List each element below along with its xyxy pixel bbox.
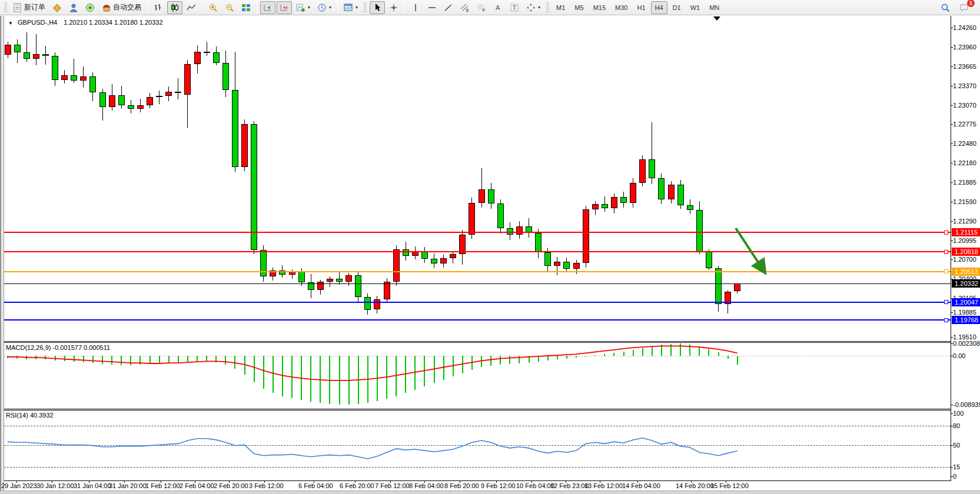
- candlestick-mode-button[interactable]: [167, 1, 182, 14]
- macd-histogram-bar: [64, 356, 65, 361]
- timeframe-w1[interactable]: W1: [686, 1, 705, 14]
- search-button[interactable]: [938, 1, 953, 14]
- auto-trading-button[interactable]: 自动交易: [99, 1, 144, 14]
- candle: [734, 283, 740, 292]
- new-order-button[interactable]: 新订单: [10, 1, 48, 14]
- horizontal-line-tool-button[interactable]: [424, 1, 440, 14]
- candle: [89, 76, 96, 92]
- line-handle[interactable]: [944, 250, 948, 254]
- add-indicator-button[interactable]: ▾: [293, 1, 313, 14]
- text-tool-button[interactable]: A: [490, 1, 506, 14]
- timeframe-h1[interactable]: H1: [633, 1, 649, 14]
- equidistant-channel-tool-button[interactable]: E: [457, 1, 473, 14]
- trendline-tool-button[interactable]: [441, 1, 456, 14]
- candle-wick: [36, 34, 36, 65]
- candle: [583, 209, 589, 263]
- date-axis-tick: [726, 481, 726, 483]
- line-chart-mode-button[interactable]: [184, 1, 199, 14]
- separator: [202, 2, 202, 13]
- current-price-label: 1.20332: [952, 279, 980, 288]
- dropdown-caret: ▾: [308, 5, 310, 10]
- line-handle[interactable]: [944, 300, 948, 304]
- candle-wick: [207, 42, 207, 55]
- period-clock-button[interactable]: ▾: [314, 1, 334, 14]
- candle: [611, 197, 617, 208]
- toolbar-grip: [364, 2, 367, 13]
- timeframe-m1[interactable]: M1: [552, 1, 569, 14]
- current-price-line: [4, 283, 951, 284]
- macd-histogram-bar: [206, 356, 207, 361]
- vertical-line-tool-button[interactable]: [408, 1, 423, 14]
- timeframe-h4[interactable]: H4: [651, 1, 667, 14]
- arrows-tool-button[interactable]: ▾: [523, 1, 543, 14]
- timeframe-mn[interactable]: MN: [705, 1, 723, 14]
- candle: [393, 249, 400, 282]
- candle-wick: [330, 276, 330, 287]
- candle: [488, 189, 494, 203]
- horizontal-line-object[interactable]: [4, 251, 951, 252]
- rsi-level-line: [4, 426, 951, 426]
- cursor-tool-button[interactable]: [370, 1, 385, 14]
- zoom-in-button[interactable]: [205, 1, 221, 14]
- price-axis-tick-label: 1.23370: [953, 82, 976, 89]
- add-indicator-icon: [296, 3, 305, 12]
- date-axis-label: 14 Feb 04:00: [622, 482, 660, 489]
- label-tool-button[interactable]: T: [507, 1, 522, 14]
- timeframe-d1[interactable]: D1: [669, 1, 685, 14]
- chart-shift-marker[interactable]: [713, 16, 720, 21]
- panel-divider[interactable]: [4, 410, 951, 410]
- signals-button[interactable]: [82, 1, 98, 14]
- macd-histogram-bar: [557, 356, 558, 359]
- chart-shift-button[interactable]: [277, 1, 292, 14]
- timeframe-m15[interactable]: M15: [589, 1, 610, 14]
- macd-histogram-bar: [348, 356, 350, 405]
- candle: [147, 97, 153, 105]
- horizontal-line-object[interactable]: [4, 319, 951, 321]
- tile-windows-button[interactable]: [238, 1, 254, 14]
- macd-histogram-bar: [509, 356, 510, 364]
- crosshair-tool-button[interactable]: [386, 1, 401, 14]
- candle: [137, 105, 144, 109]
- line-price-label: 1.20513: [952, 268, 980, 276]
- market-watch-button[interactable]: [66, 1, 81, 14]
- fibonacci-tool-button[interactable]: F: [474, 1, 489, 14]
- price-axis-tick-label: 1.21885: [953, 179, 976, 186]
- horizontal-line-object[interactable]: [4, 302, 951, 303]
- profiles-button[interactable]: [49, 1, 65, 14]
- horizontal-line-object[interactable]: [4, 232, 951, 233]
- notifications-button[interactable]: 1: [956, 1, 972, 14]
- arrows-icon: [526, 3, 536, 12]
- line-handle[interactable]: [944, 269, 948, 273]
- horizontal-line-object[interactable]: [4, 271, 951, 272]
- line-handle[interactable]: [944, 318, 948, 322]
- candle: [194, 52, 201, 64]
- macd-histogram-bar: [529, 356, 530, 363]
- macd-histogram-bar: [150, 356, 151, 364]
- macd-histogram-bar: [254, 356, 255, 382]
- line-handle[interactable]: [944, 231, 948, 235]
- template-button[interactable]: ▾: [341, 1, 361, 14]
- zoom-out-button[interactable]: [222, 1, 237, 14]
- annotation-arrow[interactable]: [736, 228, 763, 269]
- macd-histogram-bar: [462, 356, 463, 373]
- price-axis-tick-label: 1.21590: [953, 198, 976, 205]
- macd-histogram-bar: [26, 356, 27, 359]
- price-axis-tick-label: 1.23960: [953, 44, 976, 51]
- chart-title[interactable]: ▼ GBPUSD-,H4 1.20210 1.20334 1.20180 1.2…: [8, 19, 163, 26]
- panel-divider[interactable]: [4, 342, 951, 343]
- chart-dropdown-icon[interactable]: ▼: [8, 21, 13, 26]
- timeframe-m30[interactable]: M30: [611, 1, 632, 14]
- candle: [14, 45, 21, 52]
- candle: [213, 52, 220, 63]
- auto-scroll-button[interactable]: [260, 1, 275, 14]
- macd-histogram-bar: [576, 356, 577, 358]
- candle: [156, 96, 162, 97]
- date-axis-label: 30 Jan 12:00: [36, 482, 74, 489]
- timeframe-m5[interactable]: M5: [570, 1, 587, 14]
- bar-chart-mode-button[interactable]: [151, 1, 166, 14]
- candle: [71, 75, 77, 81]
- rsi-line: [8, 438, 738, 459]
- window-left-edge: [0, 16, 4, 494]
- macd-signal-line: [8, 346, 738, 380]
- macd-histogram-bar: [443, 356, 444, 380]
